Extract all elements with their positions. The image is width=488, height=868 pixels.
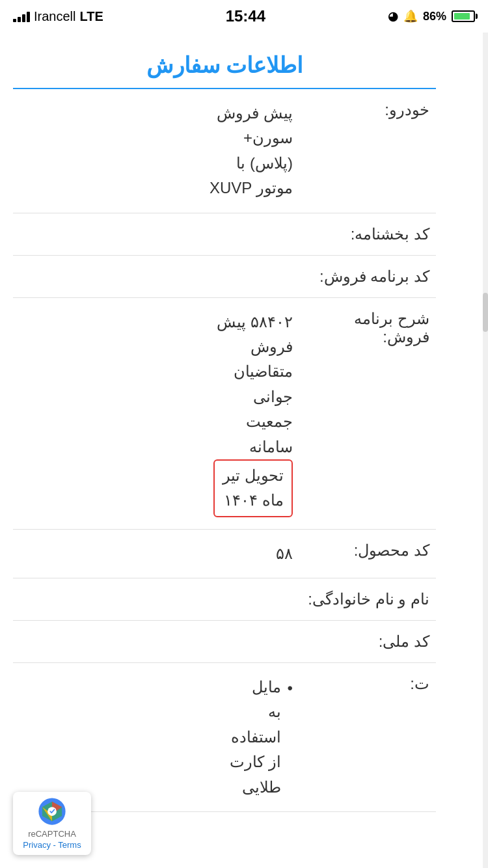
label-sales-desc: شرح برنامه فروش: [306, 310, 436, 346]
signal-bar-2 [18, 17, 21, 22]
row-sales-desc: شرح برنامه فروش: ۵۸۴۰۲ پیشفروشمتقاضیانجو… [13, 298, 436, 530]
recaptcha-text: reCAPTCHA [28, 828, 76, 840]
value-last: • مایلبهاستفادهاز کارتطلایی [13, 675, 306, 800]
bullet-dot-icon: • [288, 676, 293, 701]
label-code-bakhshnama: کد بخشنامه: [306, 225, 436, 243]
network-type: LTE [79, 9, 103, 24]
value-sales-desc: ۵۸۴۰۲ پیشفروشمتقاضیانجوانیجمعیتسامانه تح… [13, 310, 306, 517]
separator: - [51, 840, 58, 850]
signal-bar-4 [27, 12, 30, 22]
row-vehicle: خودرو: پیش فروشسورن+(پلاس) باموتور XUVP [13, 89, 436, 213]
battery-percent: 86% [423, 10, 446, 23]
bullet-text: مایلبهاستفادهاز کارتطلایی [230, 675, 281, 800]
label-fullname: نام و نام خانوادگی: [306, 590, 436, 608]
bullet-golden-card: • مایلبهاستفادهاز کارتطلایی [13, 675, 293, 800]
label-national-code: کد ملی: [306, 632, 436, 651]
alarm-icon: 🔔 [403, 9, 418, 23]
signal-bar-1 [13, 19, 16, 22]
scroll-track[interactable] [483, 33, 488, 868]
value-vehicle: پیش فروشسورن+(پلاس) باموتور XUVP [13, 101, 306, 201]
terms-link[interactable]: Terms [58, 840, 81, 850]
label-vehicle: خودرو: [306, 101, 436, 119]
status-bar: Irancell LTE 15:44 ◕ 🔔 86% [0, 0, 488, 33]
privacy-link[interactable]: Privacy [23, 840, 51, 850]
label-product-code: کد محصول: [306, 541, 436, 560]
status-time: 15:44 [226, 7, 265, 25]
label-sales-code: کد برنامه فروش: [306, 267, 436, 286]
value-product-code: ۵۸ [13, 541, 306, 566]
status-left: Irancell LTE [13, 9, 103, 24]
privacy-terms-link[interactable]: Privacy - Terms [23, 840, 81, 850]
main-content: اطلاعات سفارش خودرو: پیش فروشسورن+(پلاس)… [0, 33, 488, 812]
status-right: ◕ 🔔 86% [388, 9, 475, 23]
row-sales-code: کد برنامه فروش: [13, 256, 436, 298]
recaptcha-logo-icon [38, 797, 66, 826]
highlight-delivery: تحویل تیرماه ۱۴۰۴ [213, 459, 293, 517]
row-fullname: نام و نام خانوادگی: [13, 578, 436, 621]
signal-bars-icon [13, 10, 30, 22]
signal-bar-3 [22, 14, 25, 22]
recaptcha-badge[interactable]: reCAPTCHA Privacy - Terms [13, 792, 91, 855]
scroll-thumb[interactable] [483, 293, 488, 332]
battery-icon [452, 10, 475, 22]
label-last: ت: [306, 675, 436, 693]
location-icon: ◕ [388, 9, 398, 23]
row-national-code: کد ملی: [13, 621, 436, 663]
carrier-name: Irancell [34, 9, 75, 24]
row-code-bakhshnama: کد بخشنامه: [13, 213, 436, 256]
battery-fill [454, 13, 470, 20]
page-title: اطلاعات سفارش [13, 33, 436, 89]
row-last: ت: • مایلبهاستفادهاز کارتطلایی [13, 663, 436, 812]
row-product-code: کد محصول: ۵۸ [13, 530, 436, 578]
